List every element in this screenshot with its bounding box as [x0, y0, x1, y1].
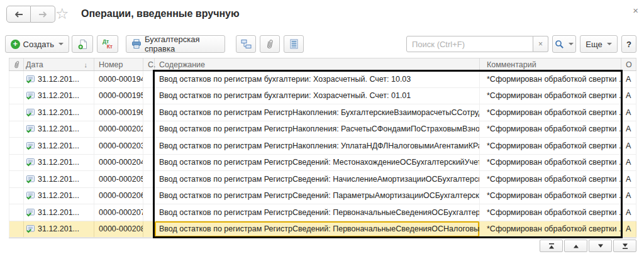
- cell-attachment: [9, 138, 24, 154]
- scroll-up-button[interactable]: [564, 240, 587, 252]
- cell-status: [143, 138, 155, 154]
- header-organization[interactable]: О: [621, 58, 636, 70]
- header-comment[interactable]: Комментарий: [480, 58, 621, 70]
- cell-organization: А: [621, 221, 636, 238]
- cell-organization: А: [621, 104, 636, 121]
- cell-number: 0000-000206: [94, 188, 143, 204]
- search-options-button[interactable]: [552, 35, 576, 53]
- cell-attachment: [9, 104, 24, 121]
- cell-status: [143, 155, 155, 171]
- cell-date: 31.12.201...: [24, 138, 94, 154]
- cell-number: 0000-000205: [94, 171, 143, 187]
- table-row[interactable]: 31.12.201... 0000-000206 Ввод остатков п…: [9, 188, 636, 205]
- cell-content: Ввод остатков по регистрам РегистрНакопл…: [155, 121, 480, 138]
- header-status[interactable]: С.: [143, 58, 155, 70]
- cell-date: 31.12.201...: [24, 155, 94, 171]
- header-number[interactable]: Номер: [94, 58, 143, 70]
- header-content[interactable]: Содержание: [155, 58, 480, 70]
- cell-content: Ввод остатков по регистрам РегистрСведен…: [155, 204, 480, 221]
- cell-number: 0000-000194: [94, 71, 143, 87]
- search-input[interactable]: [406, 36, 533, 52]
- back-button[interactable]: [6, 6, 31, 23]
- header-date[interactable]: Дата ↓: [24, 58, 94, 70]
- go-first-icon: [548, 243, 555, 250]
- cell-date: 31.12.201...: [24, 221, 94, 238]
- create-button-label: Создать: [23, 40, 54, 49]
- table-row[interactable]: 31.12.201... 0000-000204 Ввод остатков п…: [9, 155, 636, 172]
- cell-attachment: [9, 88, 24, 104]
- plus-icon: +: [11, 40, 20, 49]
- history-nav: [6, 6, 55, 23]
- cell-status: [143, 204, 155, 221]
- cell-organization: А: [621, 204, 636, 221]
- cell-comment: *Сформирован обработкой свертки ...: [480, 71, 621, 87]
- titlebar: ☆ Операции, введенные вручную ×: [0, 0, 644, 29]
- accounting-note-button[interactable]: Бухгалтерская справка: [126, 35, 225, 53]
- cell-date: 31.12.201...: [24, 71, 94, 87]
- table-row[interactable]: 31.12.201... 0000-000202 Ввод остатков п…: [9, 121, 636, 138]
- copy-document-icon: [77, 39, 88, 50]
- scroll-last-button[interactable]: [613, 240, 636, 252]
- page-title: Операции, введенные вручную: [81, 8, 240, 19]
- cell-number: 0000-000196: [94, 104, 143, 121]
- cell-content: Ввод остатков по регистрам РегистрСведен…: [155, 188, 480, 204]
- structure-button[interactable]: [236, 35, 256, 53]
- search-icon: [555, 40, 564, 49]
- table-row[interactable]: 31.12.201... 0000-000196 Ввод остатков п…: [9, 104, 636, 121]
- scroll-first-button[interactable]: [540, 240, 563, 252]
- cell-status: [143, 171, 155, 187]
- scroll-down-button[interactable]: [589, 240, 612, 252]
- cell-attachment: [9, 204, 24, 221]
- create-button[interactable]: + Создать: [5, 35, 69, 53]
- cell-comment: *Сформирован обработкой свертки ...: [480, 188, 621, 204]
- operations-table: Дата ↓ Номер С. Содержание Комментарий О: [9, 58, 636, 238]
- document-posted-icon: [26, 75, 35, 84]
- close-icon[interactable]: ×: [633, 5, 638, 16]
- table-body: 31.12.201... 0000-000194 Ввод остатков п…: [9, 71, 636, 238]
- document-posted-icon: [26, 175, 35, 184]
- go-last-icon: [621, 243, 629, 250]
- cell-content: Ввод остатков по регистрам РегистрНакопл…: [155, 138, 480, 154]
- table-row[interactable]: 31.12.201... 0000-000205 Ввод остатков п…: [9, 171, 636, 188]
- cell-comment: *Сформирован обработкой свертки ...: [480, 221, 621, 238]
- table-row[interactable]: 31.12.201... 0000-000207 Ввод остатков п…: [9, 204, 636, 221]
- cell-status: [143, 221, 155, 238]
- cell-organization: А: [621, 121, 636, 138]
- cell-organization: А: [621, 188, 636, 204]
- favorite-star-icon[interactable]: ☆: [55, 6, 69, 22]
- cell-comment: *Сформирован обработкой свертки ...: [480, 88, 621, 104]
- copy-button[interactable]: [72, 35, 93, 53]
- sort-descending-icon: ↓: [84, 61, 88, 69]
- attachments-button[interactable]: [260, 35, 280, 53]
- cell-number: 0000-000208: [94, 221, 143, 238]
- table-row[interactable]: 31.12.201... 0000-000203 Ввод остатков п…: [9, 138, 636, 155]
- cell-organization: А: [621, 171, 636, 187]
- table-row[interactable]: 31.12.201... 0000-000194 Ввод остатков п…: [9, 71, 636, 88]
- cell-content: Ввод остатков по регистрам РегистрСведен…: [155, 155, 480, 171]
- register-button[interactable]: [284, 35, 304, 53]
- cell-date: 31.12.201...: [24, 104, 94, 121]
- cell-comment: *Сформирован обработкой свертки ...: [480, 104, 621, 121]
- show-postings-button[interactable]: Дт Кт: [97, 35, 118, 53]
- cell-content: Ввод остатков по регистрам бухгалтерии: …: [155, 88, 480, 104]
- table-row[interactable]: 31.12.201... 0000-000208 Ввод остатков п…: [9, 221, 636, 238]
- accounting-note-label: Бухгалтерская справка: [145, 35, 219, 53]
- table-row[interactable]: 31.12.201... 0000-000195 Ввод остатков п…: [9, 88, 636, 105]
- search-clear-button[interactable]: ×: [533, 36, 548, 52]
- header-attachment[interactable]: [9, 58, 24, 70]
- arrow-up-icon: [572, 243, 580, 250]
- more-button[interactable]: Еще: [580, 35, 618, 53]
- register-list-icon: [290, 39, 298, 49]
- help-button[interactable]: ?: [621, 35, 636, 53]
- cell-comment: *Сформирован обработкой свертки ...: [480, 138, 621, 154]
- cell-content: Ввод остатков по регистрам РегистрНакопл…: [155, 104, 480, 121]
- cell-number: 0000-000203: [94, 138, 143, 154]
- cell-date: 31.12.201...: [24, 121, 94, 138]
- cell-attachment: [9, 71, 24, 87]
- cell-attachment: [9, 188, 24, 204]
- cell-date: 31.12.201...: [24, 88, 94, 104]
- cell-status: [143, 88, 155, 104]
- forward-button[interactable]: [31, 6, 55, 23]
- cell-attachment: [9, 121, 24, 138]
- cell-attachment: [9, 171, 24, 187]
